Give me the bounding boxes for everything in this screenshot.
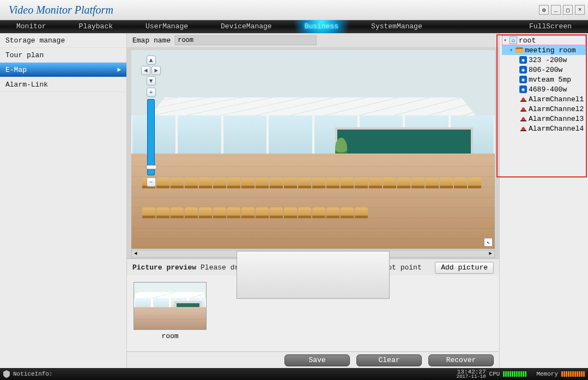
tree-node-camera[interactable]: ◉323 -200w (502, 55, 586, 65)
emap-name-label: Emap name (132, 36, 171, 45)
tree-node-camera[interactable]: ◉mvteam 5mp (502, 75, 586, 84)
tree-label: AlarmChannel3 (529, 115, 584, 123)
nav-usermanage[interactable]: UserManage (129, 20, 204, 33)
thumbnail-image[interactable] (134, 282, 207, 330)
camera-icon: ◉ (519, 85, 527, 93)
sidebar-item-label: Storage manage (5, 33, 65, 48)
close-button[interactable]: × (575, 5, 585, 15)
scroll-track[interactable] (140, 250, 487, 257)
tree-node-alarm[interactable]: AlarmChannel4 (502, 124, 586, 133)
map-zoom-controls: ▲ ◄► ▼ + − (141, 56, 161, 188)
pan-left-button[interactable]: ◄ (141, 66, 150, 75)
sidebar-item-storage-manage[interactable]: Storage manage (0, 33, 126, 48)
chevron-right-icon: ▶ (117, 63, 121, 77)
nav-playback[interactable]: Playback (63, 20, 129, 33)
status-date: 2017-11-10 (457, 375, 486, 379)
svg-rect-5 (520, 130, 526, 131)
shield-icon (3, 370, 10, 378)
zoom-in-button[interactable]: + (147, 88, 156, 97)
tree-label: 4689-400w (529, 85, 567, 94)
maximize-button[interactable]: ▢ (563, 5, 573, 15)
pan-down-button[interactable]: ▼ (147, 76, 156, 85)
app-title: Video Monitor Platform (3, 4, 539, 16)
sidebar-item-alarm-link[interactable]: Alarm-Link (0, 77, 126, 92)
save-button[interactable]: Save (284, 354, 350, 366)
tree-node-root[interactable]: ▾ ⌂ root (502, 35, 586, 45)
scroll-left-button[interactable]: ◄ (132, 251, 140, 256)
tree-node-camera[interactable]: ◉4689-400w (502, 84, 586, 94)
overview-toggle-icon[interactable]: ↖ (484, 238, 493, 247)
main-nav: Monitor Playback UserManage DeviceManage… (0, 20, 588, 33)
recover-button[interactable]: Recover (428, 354, 494, 366)
status-time: 13:42:27 (457, 369, 486, 375)
tree-label: AlarmChannel2 (529, 105, 584, 113)
preview-title: Picture preview (132, 263, 196, 272)
status-bar: NoticeInfo: 13:42:27 2017-11-10 CPU Memo… (0, 368, 588, 380)
zoom-out-button[interactable]: − (147, 177, 156, 187)
tree-label: root (519, 36, 536, 45)
emap-image[interactable] (131, 50, 495, 249)
notice-label: NoticeInfo: (13, 371, 53, 377)
folder-icon (516, 46, 523, 54)
nav-monitor[interactable]: Monitor (0, 20, 63, 33)
alarm-icon (519, 125, 527, 132)
tree-label: 323 -200w (529, 56, 567, 64)
sidebar-item-emap[interactable]: E-Map ▶ (0, 63, 126, 77)
sidebar-item-label: Tour plan (5, 48, 44, 63)
emap-name-input[interactable] (175, 35, 317, 45)
device-tree: ▾ ⌂ root ▾ meeting room ◉323 -200w ◉806-… (501, 34, 587, 134)
camera-icon: ◉ (519, 56, 527, 64)
alarm-icon (519, 95, 527, 103)
alarm-icon (519, 115, 527, 122)
tree-node-alarm[interactable]: AlarmChannel1 (502, 94, 586, 104)
svg-rect-3 (520, 111, 526, 112)
business-sidebar: Storage manage Tour plan E-Map ▶ Alarm-L… (0, 33, 127, 368)
settings-icon[interactable]: ⚙ (539, 5, 549, 15)
sidebar-item-tour-plan[interactable]: Tour plan (0, 48, 126, 63)
window-buttons: ⚙ _ ▢ × (539, 5, 585, 15)
map-h-scrollbar[interactable]: ◄ ► (131, 250, 495, 258)
tree-label: 806-200w (529, 66, 562, 74)
clear-button[interactable]: Clear (356, 354, 422, 366)
action-row: Save Clear Recover (127, 352, 499, 368)
expand-icon[interactable]: ▾ (502, 37, 508, 44)
tree-label: AlarmChannel4 (529, 125, 584, 133)
cpu-meter (503, 371, 526, 377)
tree-label: meeting room (525, 46, 576, 54)
memory-label: Memory (536, 371, 558, 377)
thumbnail-label: room (134, 330, 207, 340)
tree-node-alarm[interactable]: AlarmChannel2 (502, 104, 586, 114)
memory-meter (561, 371, 585, 377)
zoom-slider-thumb[interactable] (146, 165, 157, 169)
minimize-button[interactable]: _ (551, 5, 561, 15)
tree-node-group[interactable]: ▾ meeting room (502, 45, 586, 55)
tree-node-alarm[interactable]: AlarmChannel3 (502, 114, 586, 124)
root-icon: ⌂ (510, 36, 517, 44)
pan-up-button[interactable]: ▲ (147, 56, 156, 65)
cpu-label: CPU (489, 371, 500, 377)
emap-viewport-wrap: ▲ ◄► ▼ + − ↖ ◄ ► (127, 48, 499, 259)
camera-icon: ◉ (519, 66, 527, 73)
camera-icon: ◉ (519, 76, 527, 83)
scroll-thumb[interactable] (237, 251, 389, 299)
svg-rect-2 (520, 101, 526, 102)
scroll-right-button[interactable]: ► (487, 251, 494, 256)
nav-business[interactable]: Business (288, 20, 355, 33)
sidebar-item-label: Alarm-Link (5, 77, 48, 92)
center-column: Emap name ▲ ◄► ▼ + (127, 33, 499, 368)
sidebar-item-label: E-Map (5, 63, 27, 77)
alarm-icon (519, 105, 527, 113)
add-picture-button[interactable]: Add picture (435, 262, 494, 274)
nav-systemmanage[interactable]: SystemManage (355, 20, 439, 33)
title-bar: Video Monitor Platform ⚙ _ ▢ × (0, 0, 588, 20)
zoom-slider[interactable] (147, 99, 155, 175)
thumbnail[interactable]: room (134, 282, 207, 340)
svg-rect-4 (520, 120, 526, 121)
nav-devicemanage[interactable]: DeviceManage (204, 20, 288, 33)
device-tree-panel: ▾ ⌂ root ▾ meeting room ◉323 -200w ◉806-… (499, 33, 588, 368)
tree-node-camera[interactable]: ◉806-200w (502, 65, 586, 75)
emap-viewport[interactable]: ▲ ◄► ▼ + − ↖ (131, 50, 495, 249)
pan-right-button[interactable]: ► (151, 66, 161, 75)
nav-fullscreen[interactable]: FullScreen (513, 20, 588, 33)
expand-icon[interactable]: ▾ (508, 47, 514, 53)
